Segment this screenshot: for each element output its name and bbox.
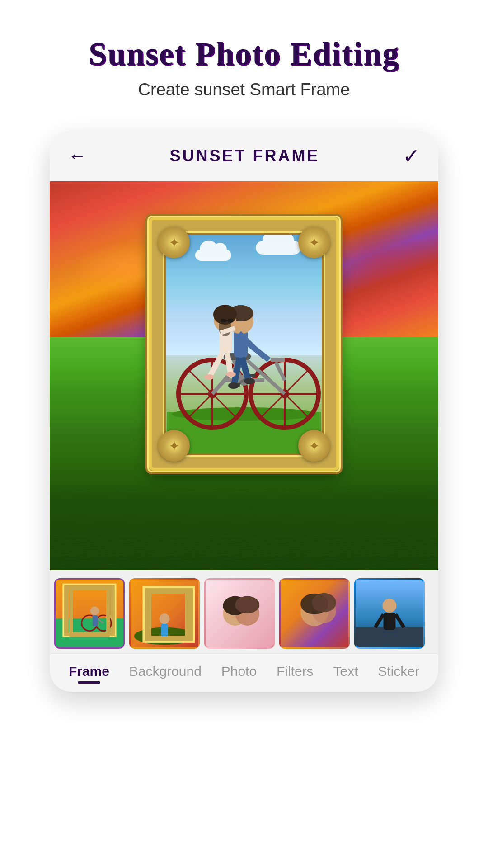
screen-title: SUNSET FRAME	[169, 146, 319, 165]
thumbnail-item-4[interactable]	[279, 578, 350, 649]
svg-point-52	[95, 615, 111, 631]
svg-line-53	[93, 615, 103, 623]
gold-frame-wrapper[interactable]	[149, 217, 339, 471]
nav-item-background[interactable]: Background	[129, 664, 202, 679]
nav-label-frame: Frame	[69, 664, 109, 679]
nav-label-background: Background	[129, 664, 202, 679]
top-bar: ← SUNSET FRAME ✓	[50, 131, 438, 181]
svg-point-66	[235, 596, 259, 613]
nav-label-sticker: Sticker	[378, 664, 419, 679]
nav-item-sticker[interactable]: Sticker	[378, 664, 419, 679]
svg-rect-75	[384, 613, 396, 630]
nav-item-photo[interactable]: Photo	[221, 664, 257, 679]
back-button[interactable]: ←	[68, 146, 87, 165]
nav-item-text[interactable]: Text	[333, 664, 358, 679]
svg-point-51	[82, 615, 98, 631]
corner-ornament-br	[298, 430, 330, 462]
svg-rect-58	[147, 590, 191, 638]
bottom-nav: Frame Background Photo Filters Text Stic…	[50, 653, 438, 692]
app-header: Sunset Photo Editing Create sunset Smart…	[70, 0, 418, 113]
svg-rect-73	[356, 627, 423, 647]
svg-point-54	[90, 607, 99, 615]
svg-point-74	[383, 599, 397, 613]
svg-rect-55	[93, 615, 98, 626]
svg-rect-59	[144, 587, 194, 642]
thumbnail-item-3[interactable]	[204, 578, 275, 649]
nav-label-photo: Photo	[221, 664, 257, 679]
active-indicator	[78, 681, 100, 684]
svg-point-71	[312, 593, 336, 612]
confirm-button[interactable]: ✓	[403, 144, 420, 168]
grass-overlay	[50, 489, 438, 571]
svg-rect-61	[161, 624, 168, 636]
corner-ornament-bl	[158, 430, 190, 462]
phone-card: ← SUNSET FRAME ✓	[50, 131, 438, 692]
corner-ornament-tr	[298, 226, 330, 258]
svg-rect-50	[63, 585, 115, 637]
thumbnail-strip	[50, 570, 438, 653]
thumbnail-item-5[interactable]	[354, 578, 425, 649]
thumbnail-item-2[interactable]	[129, 578, 200, 649]
corner-ornament-tl	[158, 226, 190, 258]
app-subtitle: Create sunset Smart Frame	[89, 80, 399, 99]
gold-frame-border	[149, 217, 339, 471]
svg-rect-49	[66, 587, 113, 634]
svg-point-60	[159, 613, 169, 624]
nav-label-text: Text	[333, 664, 358, 679]
thumbnail-item-1[interactable]	[54, 578, 125, 649]
nav-item-filters[interactable]: Filters	[277, 664, 314, 679]
main-canvas[interactable]	[50, 181, 438, 570]
app-title: Sunset Photo Editing	[89, 36, 399, 72]
nav-label-filters: Filters	[277, 664, 314, 679]
nav-item-frame[interactable]: Frame	[69, 664, 109, 679]
